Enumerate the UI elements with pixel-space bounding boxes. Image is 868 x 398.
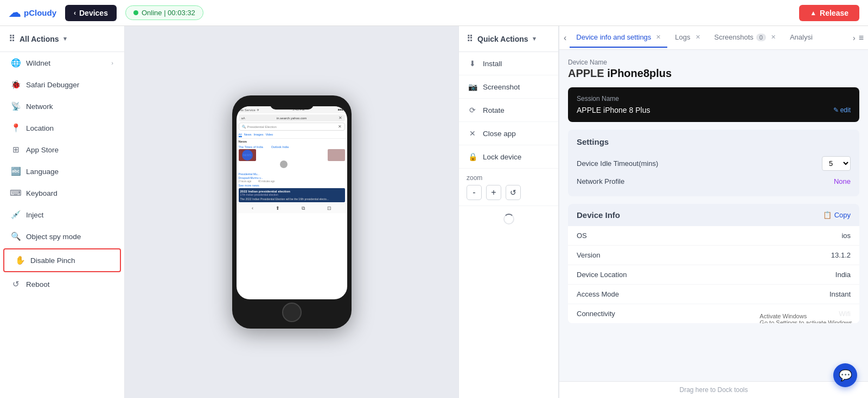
zoom-minus-button[interactable]: -: [467, 185, 482, 200]
tabs-icon[interactable]: ⧉: [302, 206, 305, 211]
wildnet-icon: 🌐: [11, 58, 21, 68]
phone-mockup: No Service ✈5:43 PM■■■ aAin.search.yahoo…: [232, 95, 352, 329]
back-icon[interactable]: ‹: [252, 206, 253, 211]
tab-analysis[interactable]: Analysi: [783, 28, 819, 48]
screen-url-bar: aAin.search.yahoo.com ✕: [239, 114, 345, 121]
sidebar-item-app-store[interactable]: ⊞ App Store: [0, 139, 124, 161]
zoom-controls: - + ↺: [467, 185, 551, 200]
tab-screenshots[interactable]: Screenshots 0 ✕: [708, 28, 782, 48]
session-card: Session Name APPLE iPhone 8 Plus ✎ edit: [568, 87, 859, 122]
screen-bottom-bar[interactable]: ‹ ⬆ ⧉ ⊡: [237, 203, 347, 213]
sidebar-item-language-label: Language: [26, 168, 59, 176]
quick-actions-label: Quick Actions: [477, 35, 528, 43]
sidebar-item-location[interactable]: 📍 Location: [0, 117, 124, 139]
location-icon: 📍: [11, 123, 21, 133]
phone-screen[interactable]: No Service ✈5:43 PM■■■ aAin.search.yahoo…: [237, 106, 347, 299]
devices-button[interactable]: ‹ Devices: [65, 5, 117, 21]
chat-icon: 💬: [839, 369, 852, 382]
sidebar-item-reboot[interactable]: ↺ Reboot: [0, 273, 124, 295]
zoom-label: zoom: [467, 174, 551, 182]
quick-action-install[interactable]: ⬇ Install: [459, 52, 558, 75]
sidebar-item-object-spy-label: Object spy mode: [26, 233, 81, 241]
idle-timeout-select[interactable]: 5 10 15: [822, 156, 851, 171]
windows-line2: Go to Settings to activate Windows.: [760, 319, 854, 323]
info-row-connectivity: Connectivity Wifi Activate Windows Go to…: [568, 304, 859, 323]
sidebar-item-safari-debugger[interactable]: 🐞 Safari Debugger: [0, 74, 124, 95]
quick-action-rotate[interactable]: ⟳ Rotate: [459, 99, 558, 122]
tab-logs[interactable]: Logs ✕: [668, 28, 706, 48]
search-clear-icon[interactable]: ✕: [338, 124, 342, 129]
device-info-header: Device Info 📋 Copy: [568, 204, 859, 226]
settings-section: Settings Device Idle Timeout(mins) 5 10 …: [568, 130, 859, 196]
zoom-refresh-button[interactable]: ↺: [506, 185, 521, 200]
bookmarks-icon[interactable]: ⊡: [327, 206, 331, 211]
sidebar-item-language[interactable]: 🔤 Language: [0, 161, 124, 182]
tabs-chevron-right-icon[interactable]: ›: [853, 34, 856, 42]
tab-device-info[interactable]: Device info and settings ✕: [570, 28, 667, 48]
appstore-icon: ⊞: [11, 145, 21, 155]
tabs-menu-icon[interactable]: ≡: [859, 33, 864, 43]
session-name: APPLE iPhone 8 Plus: [577, 106, 650, 114]
info-body: Device Name APPLE iPhone8plus Session Na…: [559, 50, 868, 381]
online-status: Online | 00:03:32: [125, 5, 203, 20]
share-icon[interactable]: ⬆: [276, 206, 280, 211]
info-row-os: OS ios: [568, 226, 859, 246]
lock-icon: 🔒: [468, 152, 477, 162]
network-profile-value[interactable]: None: [834, 177, 851, 185]
logo: ☁ pCloudy: [9, 6, 56, 20]
network-icon: 📡: [11, 101, 21, 111]
sidebar-item-inject[interactable]: 💉 Inject: [0, 204, 124, 226]
connectivity-label: Connectivity: [577, 310, 615, 318]
copy-button[interactable]: 📋 Copy: [823, 211, 851, 219]
access-mode-label: Access Mode: [577, 290, 619, 298]
device-location-label: Device Location: [577, 271, 627, 279]
quick-caret-icon: ▾: [533, 35, 536, 42]
sidebar-item-disable-pinch[interactable]: ✋ Disable Pinch: [3, 248, 121, 272]
tab-back-icon[interactable]: ‹: [564, 33, 566, 43]
network-profile-label: Network Profile: [577, 177, 624, 185]
phone-home-button[interactable]: [282, 303, 302, 322]
tab-screenshots-close[interactable]: ✕: [771, 34, 776, 41]
sidebar-item-keyboard[interactable]: ⌨ Keyboard: [0, 182, 124, 204]
pinch-icon: ✋: [15, 255, 25, 265]
zoom-section: zoom - + ↺: [459, 169, 558, 206]
tab-screenshots-label: Screenshots: [714, 33, 754, 41]
caret-down-icon: ▾: [63, 35, 67, 42]
device-area: No Service ✈5:43 PM■■■ aAin.search.yahoo…: [125, 26, 458, 398]
screen-article: 2022 Indian presidential election 17th I…: [239, 188, 345, 202]
quick-actions-header[interactable]: ⠿ Quick Actions ▾: [459, 26, 558, 52]
sidebar-item-object-spy-mode[interactable]: 🔍 Object spy mode: [0, 226, 124, 247]
sidebar: ⠿ All Actions ▾ 🌐 Wildnet › 🐞 Safari Deb…: [0, 26, 125, 398]
all-actions-button[interactable]: ⠿ All Actions ▾: [0, 26, 124, 52]
zoom-plus-button[interactable]: +: [486, 185, 501, 200]
quick-action-lock-device[interactable]: 🔒 Lock device: [459, 145, 558, 169]
copy-icon: 📋: [823, 211, 832, 219]
quick-action-close-app[interactable]: ✕ Close app: [459, 122, 558, 145]
session-edit-button[interactable]: ✎ edit: [833, 106, 851, 114]
screen-tabs: AllNewsImagesVideo: [237, 132, 347, 139]
settings-idle-timeout-row: Device Idle Timeout(mins) 5 10 15: [577, 153, 851, 174]
inject-icon: 💉: [11, 210, 21, 220]
rotate-icon: ⟳: [468, 105, 477, 115]
sidebar-item-wildnet[interactable]: 🌐 Wildnet ›: [0, 52, 124, 74]
quick-action-screenshot[interactable]: 📷 Screenshot: [459, 75, 558, 99]
url-close-icon[interactable]: ✕: [339, 115, 342, 120]
sidebar-item-network[interactable]: 📡 Network: [0, 95, 124, 117]
release-button[interactable]: ▲ Release: [799, 5, 859, 21]
tab-device-info-close[interactable]: ✕: [656, 34, 661, 41]
reboot-icon: ↺: [11, 279, 21, 289]
chevron-left-icon: ‹: [74, 9, 76, 17]
main-layout: ⠿ All Actions ▾ 🌐 Wildnet › 🐞 Safari Deb…: [0, 26, 868, 398]
loading-circle: [503, 214, 514, 224]
arrow-right-icon: ›: [111, 60, 113, 66]
device-location-value: India: [835, 271, 851, 279]
tab-logs-close[interactable]: ✕: [695, 34, 700, 41]
info-panel: ‹ Device info and settings ✕ Logs ✕ Scre…: [559, 26, 868, 398]
sidebar-item-location-label: Location: [26, 124, 54, 132]
chat-button[interactable]: 💬: [833, 363, 857, 387]
screen-news-block: The Times of IndiaOutlook India NEWS: [239, 145, 345, 187]
sidebar-item-inject-label: Inject: [26, 211, 43, 219]
screen-search-bar[interactable]: 🔍Presidential Election ✕: [239, 123, 345, 131]
device-name-label: Device Name: [568, 59, 859, 66]
blue-dot: [242, 150, 253, 161]
